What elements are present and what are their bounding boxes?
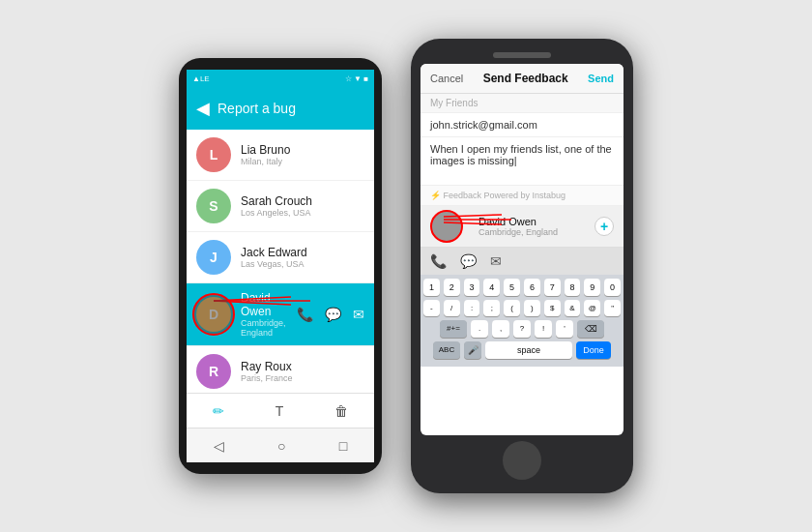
status-right: ☆ ▼ ■ (345, 74, 368, 83)
key-quote[interactable]: " (604, 300, 621, 316)
ios-phone: Cancel Send Feedback Send My Friends joh… (411, 39, 633, 493)
text-icon[interactable]: T (276, 403, 284, 419)
home-nav-icon[interactable]: ○ (277, 438, 285, 454)
key-hashplus[interactable]: #+= (440, 320, 467, 338)
avatar: S (196, 189, 231, 223)
my-friends-label: My Friends (420, 94, 624, 113)
keyboard-row-more: #+= . , ? ! ' ⌫ (423, 320, 621, 338)
key-comma[interactable]: , (492, 320, 509, 338)
contact-name: Sarah Crouch (241, 194, 364, 208)
contact-location: Los Angeles, USA (241, 208, 364, 218)
contact-location: Paris, France (241, 373, 364, 383)
list-item[interactable]: J Jack Edward Las Vegas, USA (187, 232, 374, 283)
key-4[interactable]: 4 (483, 279, 500, 296)
add-contact-button[interactable]: + (594, 217, 614, 236)
status-left: ▲LE (192, 74, 210, 83)
key-7[interactable]: 7 (544, 279, 561, 296)
red-circle-annotation (192, 293, 235, 336)
svg-line-5 (444, 222, 502, 224)
key-rparen[interactable]: ) (524, 300, 540, 316)
key-8[interactable]: 8 (565, 279, 581, 296)
message-field[interactable]: When I open my friends list, one of the … (420, 137, 624, 186)
contact-location: Milan, Italy (241, 157, 364, 166)
key-semi[interactable]: ; (483, 300, 500, 316)
ios-annotation-lines (444, 220, 521, 231)
key-apostrophe[interactable]: ' (556, 320, 573, 338)
recents-nav-icon[interactable]: □ (339, 438, 347, 454)
avatar: L (196, 137, 231, 172)
keyboard-row-symbols: - / : ; ( ) $ & @ " (423, 300, 621, 316)
ios-contact-peek[interactable]: David Owen Cambridge, England + (420, 206, 624, 248)
android-status-bar: ▲LE ☆ ▼ ■ (187, 70, 374, 87)
keyboard-row-numbers: 1 2 3 4 5 6 7 8 9 0 (423, 279, 621, 296)
contact-info: Ray Roux Paris, France (241, 360, 364, 383)
ios-email-icon[interactable]: ✉ (490, 253, 502, 269)
ios-action-row: 📞 💬 ✉ (420, 248, 624, 275)
contact-name: Lia Bruno (241, 143, 364, 157)
android-toolbar: ◀ Report a bug (187, 87, 374, 130)
key-mic[interactable]: 🎤 (464, 341, 481, 359)
android-phone: ▲LE ☆ ▼ ■ ◀ Report a bug L Lia Bruno Mil… (179, 58, 382, 474)
ios-speaker (493, 52, 551, 58)
send-button[interactable]: Send (588, 73, 614, 84)
key-slash[interactable]: / (444, 300, 460, 316)
edit-icon[interactable]: ✏ (213, 403, 224, 419)
key-1[interactable]: 1 (423, 279, 440, 296)
contact-info: Lia Bruno Milan, Italy (241, 143, 364, 166)
toolbar-title: Report a bug (218, 101, 296, 116)
contact-info: Sarah Crouch Los Angeles, USA (241, 194, 364, 218)
ios-screen: Cancel Send Feedback Send My Friends joh… (420, 64, 624, 435)
key-period[interactable]: . (471, 320, 488, 338)
android-contact-list: L Lia Bruno Milan, Italy S Sarah Crouch … (187, 130, 374, 393)
email-field[interactable]: john.strick@gmail.com (420, 113, 624, 137)
key-backspace[interactable]: ⌫ (577, 320, 604, 338)
email-icon[interactable]: ✉ (353, 307, 364, 322)
contact-name: Jack Edward (241, 246, 364, 259)
key-9[interactable]: 9 (584, 279, 600, 296)
back-nav-icon[interactable]: ◁ (214, 438, 224, 454)
powered-by-label: ⚡ Feedback Powered by Instabug (420, 186, 624, 206)
key-dash[interactable]: - (423, 300, 440, 316)
ios-keyboard: 1 2 3 4 5 6 7 8 9 0 - / : ; ( ) $ & (420, 275, 624, 367)
key-amp[interactable]: & (565, 300, 581, 316)
contact-name: Ray Roux (241, 360, 364, 373)
key-abc[interactable]: ABC (433, 341, 460, 359)
cancel-button[interactable]: Cancel (430, 73, 463, 84)
key-exclaim[interactable]: ! (535, 320, 552, 338)
key-0[interactable]: 0 (604, 279, 621, 296)
key-done[interactable]: Done (576, 341, 611, 359)
back-icon[interactable]: ◀ (196, 98, 210, 119)
ios-chat-icon[interactable]: 💬 (460, 253, 477, 269)
delete-icon[interactable]: 🗑 (334, 403, 348, 419)
avatar: R (196, 354, 231, 389)
key-2[interactable]: 2 (444, 279, 460, 296)
list-item-selected[interactable]: D David Owen Cambridge, England (187, 283, 374, 346)
contact-location: Las Vegas, USA (241, 259, 364, 269)
list-item[interactable]: R Ray Roux Paris, France (187, 346, 374, 393)
android-screen: ◀ Report a bug L Lia Bruno Milan, Italy … (187, 87, 374, 462)
key-6[interactable]: 6 (524, 279, 540, 296)
avatar: J (196, 240, 231, 275)
key-colon[interactable]: : (464, 300, 480, 316)
key-3[interactable]: 3 (464, 279, 480, 296)
key-question[interactable]: ? (513, 320, 531, 338)
ios-home-button[interactable] (503, 441, 541, 480)
key-at[interactable]: @ (584, 300, 600, 316)
contact-info: Jack Edward Las Vegas, USA (241, 246, 364, 269)
key-dollar[interactable]: $ (544, 300, 561, 316)
list-item[interactable]: L Lia Bruno Milan, Italy (187, 130, 374, 181)
keyboard-row-bottom: ABC 🎤 space Done (423, 341, 621, 359)
key-lparen[interactable]: ( (504, 300, 520, 316)
android-bottom-toolbar: ✏ T 🗑 (187, 393, 374, 428)
contact-location: Cambridge, England (241, 318, 287, 338)
ios-phone-icon[interactable]: 📞 (430, 253, 447, 269)
ios-header: Cancel Send Feedback Send (420, 64, 624, 94)
list-item[interactable]: S Sarah Crouch Los Angeles, USA (187, 181, 374, 232)
feedback-title: Send Feedback (483, 72, 568, 85)
key-5[interactable]: 5 (504, 279, 520, 296)
android-nav-bar: ◁ ○ □ (187, 428, 374, 462)
key-space[interactable]: space (485, 341, 572, 359)
